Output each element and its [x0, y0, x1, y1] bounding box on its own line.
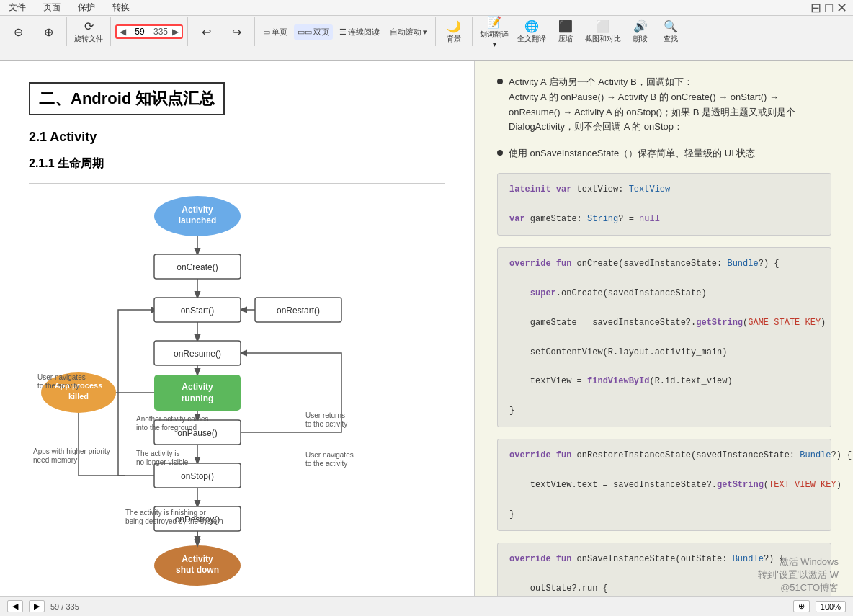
- rotate-icon: ⟳: [84, 19, 94, 33]
- read-aloud-icon: 🔊: [633, 19, 648, 33]
- divider: [29, 183, 445, 184]
- search-icon: 🔍: [664, 19, 678, 33]
- bullet-item-2: 使用 onSaveInstanceState（）保存简单、轻量级的 UI 状态: [497, 146, 831, 161]
- svg-text:to the activity: to the activity: [305, 420, 347, 428]
- svg-text:User navigates: User navigates: [305, 451, 354, 459]
- svg-text:shut down: shut down: [176, 565, 219, 575]
- svg-text:onResume(): onResume(): [174, 349, 221, 359]
- section-title-box: 二、Android 知识点汇总: [29, 82, 225, 115]
- svg-text:need memory: need memory: [33, 456, 77, 464]
- zoom-fit-button[interactable]: ⊕: [793, 600, 810, 612]
- page-number-input[interactable]: [129, 27, 151, 37]
- snapshot-icon: ⬜: [596, 19, 610, 33]
- snapshot-button[interactable]: ⬜ 截图和对比: [582, 19, 624, 44]
- menu-page[interactable]: 页面: [40, 0, 63, 15]
- background-icon: 🌙: [447, 19, 461, 33]
- separator-6: [472, 17, 473, 46]
- redo-icon: ↪: [232, 25, 241, 39]
- code-block-3: override fun onRestoreInstanceState(save…: [497, 439, 831, 531]
- svg-text:launched: launched: [179, 215, 217, 226]
- separator-3: [187, 17, 188, 46]
- status-bar: ◀ ▶ 59 / 335 ⊕ 100%: [0, 596, 853, 616]
- h3-lifecycle-title: 2.1.1 生命周期: [29, 156, 445, 171]
- continuous-read-button[interactable]: ☰ 连续阅读: [336, 24, 383, 40]
- page-next-button[interactable]: ▶: [171, 27, 180, 37]
- auto-scroll-button[interactable]: 自动滚动 ▾: [386, 24, 431, 40]
- svg-text:to the activity: to the activity: [37, 382, 79, 390]
- single-page-label: 单页: [272, 27, 287, 37]
- zoom-level-button[interactable]: 100%: [816, 601, 846, 612]
- separator-2: [110, 17, 111, 46]
- svg-text:Activity: Activity: [182, 554, 213, 564]
- single-page-button[interactable]: ▭ 单页: [259, 24, 291, 40]
- status-prev-button[interactable]: ◀: [7, 600, 23, 612]
- menu-protect[interactable]: 保护: [75, 0, 98, 15]
- redo-button[interactable]: ↪: [223, 19, 250, 44]
- status-next-button[interactable]: ▶: [29, 600, 45, 612]
- menu-file[interactable]: 文件: [6, 0, 29, 15]
- compress-button[interactable]: ⬛ 压缩: [552, 19, 579, 44]
- page-prev-button[interactable]: ◀: [118, 27, 128, 37]
- svg-text:onStop(): onStop(): [181, 471, 214, 481]
- menu-bar: 文件 页面 保护 转换 ⊟ □ ✕: [0, 0, 853, 16]
- search-button[interactable]: 🔍 查找: [657, 19, 684, 44]
- double-page-icon: ▭▭: [298, 27, 312, 37]
- svg-text:Activity: Activity: [182, 382, 213, 392]
- undo-button[interactable]: ↩: [192, 19, 220, 44]
- zoom-in-button[interactable]: ⊕: [35, 19, 62, 44]
- left-document-page: 二、Android 知识点汇总 2.1 Activity 2.1.1 生命周期: [0, 61, 475, 616]
- toolbar: ⊖ ⊕ ⟳ 旋转文件 ◀ 335 ▶ ↩ ↪: [0, 16, 853, 61]
- bullet-dot-1: [497, 79, 503, 84]
- menu-convert[interactable]: 转换: [110, 0, 133, 15]
- page-total: 335: [152, 27, 169, 37]
- read-aloud-button[interactable]: 🔊 朗读: [627, 19, 654, 44]
- svg-text:onRestart(): onRestart(): [277, 305, 320, 316]
- zoom-in-icon: ⊕: [44, 25, 53, 39]
- zoom-out-button[interactable]: ⊖: [4, 19, 32, 44]
- main-container: 二、Android 知识点汇总 2.1 Activity 2.1.1 生命周期: [0, 61, 853, 616]
- lifecycle-flowchart: Activity launched onCreate() onStart() o…: [32, 191, 442, 602]
- dropdown-arrow: ▾: [423, 27, 427, 37]
- svg-text:User navigates: User navigates: [37, 373, 86, 381]
- full-translate-icon: 🌐: [524, 19, 539, 33]
- separator-4: [254, 17, 255, 46]
- h2-activity-title: 2.1 Activity: [29, 130, 445, 145]
- single-page-icon: ▭: [263, 27, 270, 37]
- bullet-item-1: Activity A 启动另一个 Activity B，回调如下： Activi…: [497, 75, 831, 135]
- right-content-page: Activity A 启动另一个 Activity B，回调如下： Activi…: [475, 61, 853, 616]
- status-page-info: 59 / 335: [50, 602, 79, 611]
- full-translate-button[interactable]: 🌐 全文翻译: [514, 19, 549, 44]
- svg-text:running: running: [182, 393, 214, 403]
- page-navigation[interactable]: ◀ 335 ▶: [115, 24, 183, 39]
- code-block-2: override fun onCreate(savedInstanceState…: [497, 247, 831, 427]
- svg-text:killed: killed: [68, 392, 89, 401]
- undo-icon: ↩: [202, 25, 211, 39]
- background-button[interactable]: 🌙 背景: [440, 19, 468, 44]
- svg-text:User returns: User returns: [305, 411, 345, 419]
- continuous-icon: ☰: [339, 27, 347, 37]
- svg-text:Activity: Activity: [182, 205, 213, 215]
- rotate-button[interactable]: ⟳ 旋转文件: [71, 19, 106, 44]
- auto-scroll-label: 自动滚动: [390, 27, 421, 37]
- bullet2-text: 使用 onSaveInstanceState（）保存简单、轻量级的 UI 状态: [509, 146, 831, 161]
- bullet1-main-text: Activity A 启动另一个 Activity B，回调如下：: [509, 76, 693, 87]
- svg-text:Another activity comes: Another activity comes: [136, 415, 209, 423]
- separator-1: [66, 17, 67, 46]
- double-page-label: 双页: [313, 27, 329, 37]
- svg-text:being destroyed by the system: being destroyed by the system: [125, 517, 223, 525]
- continuous-label: 连续阅读: [348, 27, 380, 37]
- compress-icon: ⬛: [558, 19, 573, 33]
- section-title: 二、Android 知识点汇总: [39, 88, 215, 110]
- svg-text:to the activity: to the activity: [305, 460, 347, 468]
- svg-text:onStart(): onStart(): [181, 305, 215, 316]
- bullet-dot-2: [497, 150, 503, 156]
- translate-select-arrow: ▾: [493, 40, 496, 48]
- svg-text:into the foreground: into the foreground: [136, 424, 197, 432]
- separator-5: [435, 17, 436, 46]
- select-translate-button[interactable]: 📝 划词翻译 ▾: [477, 19, 512, 44]
- flowchart-container: Activity launched onCreate() onStart() o…: [29, 191, 445, 602]
- double-page-button[interactable]: ▭▭ 双页: [294, 24, 333, 40]
- zoom-out-icon: ⊖: [14, 25, 23, 39]
- bullet1-sub-text: Activity A 的 onPause() → Activity B 的 on…: [509, 91, 795, 133]
- svg-text:Apps with higher priority: Apps with higher priority: [33, 447, 110, 455]
